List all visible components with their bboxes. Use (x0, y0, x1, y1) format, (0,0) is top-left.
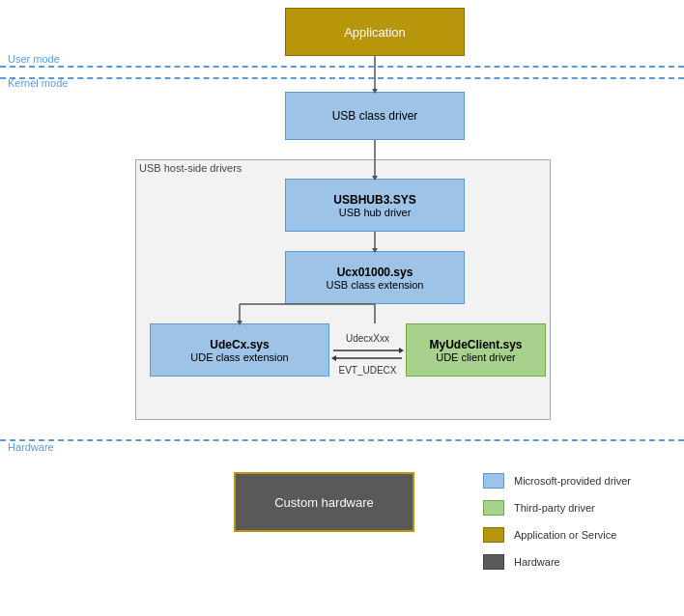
hardware-label: Hardware (8, 441, 54, 453)
diagram-container: Application User mode Kernel mode USB cl… (0, 0, 684, 616)
application-label: Application (344, 25, 406, 40)
usb-host-label: USB host-side drivers (139, 162, 242, 174)
arrow-top-label: UdecxXxx (346, 333, 389, 344)
usbhub-subtitle: USB hub driver (339, 207, 412, 218)
legend-item-appservice: Application or Service (483, 527, 676, 543)
legend-text-microsoft: Microsoft-provided driver (514, 474, 631, 488)
legend-text-thirdparty: Third-party driver (514, 501, 595, 515)
arrows-svg-inline (331, 346, 404, 363)
legend: Microsoft-provided driver Third-party dr… (483, 473, 676, 581)
legend-text-hardware: Hardware (514, 555, 560, 569)
usbhub-title: USBHUB3.SYS (333, 193, 415, 207)
arrow-area: UdecxXxx EVT_UDECX (329, 333, 406, 376)
hardware-line (0, 439, 684, 441)
user-mode-line (0, 66, 684, 68)
kernel-mode-line (0, 77, 684, 79)
legend-color-microsoft (483, 473, 504, 489)
legend-color-appservice (483, 527, 504, 543)
svg-marker-1 (399, 348, 404, 353)
ucx-subtitle: USB class extension (327, 279, 424, 291)
arrow-bottom-label: EVT_UDECX (338, 365, 396, 376)
udecx-box: UdeCx.sys UDE class extension (150, 323, 329, 377)
ucx-title: Ucx01000.sys (337, 266, 413, 279)
udecx-title: UdeCx.sys (210, 338, 269, 351)
application-box: Application (285, 8, 465, 56)
legend-color-thirdparty (483, 500, 504, 516)
myude-box: MyUdeClient.sys UDE client driver (406, 323, 546, 377)
legend-item-microsoft: Microsoft-provided driver (483, 473, 676, 489)
myude-subtitle: UDE client driver (436, 351, 516, 363)
ucx-box: Ucx01000.sys USB class extension (285, 251, 465, 304)
legend-item-thirdparty: Third-party driver (483, 500, 676, 516)
legend-color-hardware (483, 554, 504, 570)
custom-hardware-label: Custom hardware (274, 495, 374, 510)
custom-hardware-box: Custom hardware (234, 472, 414, 532)
user-mode-label: User mode (8, 53, 60, 65)
legend-item-hardware: Hardware (483, 554, 676, 570)
usb-class-driver-label: USB class driver (332, 109, 418, 123)
usb-class-driver-box: USB class driver (285, 92, 465, 140)
udecx-subtitle: UDE class extension (190, 351, 289, 363)
kernel-mode-label: Kernel mode (8, 77, 68, 89)
legend-text-appservice: Application or Service (514, 528, 616, 542)
myude-title: MyUdeClient.sys (429, 338, 522, 351)
svg-marker-3 (331, 355, 336, 361)
usbhub-box: USBHUB3.SYS USB hub driver (285, 179, 465, 232)
